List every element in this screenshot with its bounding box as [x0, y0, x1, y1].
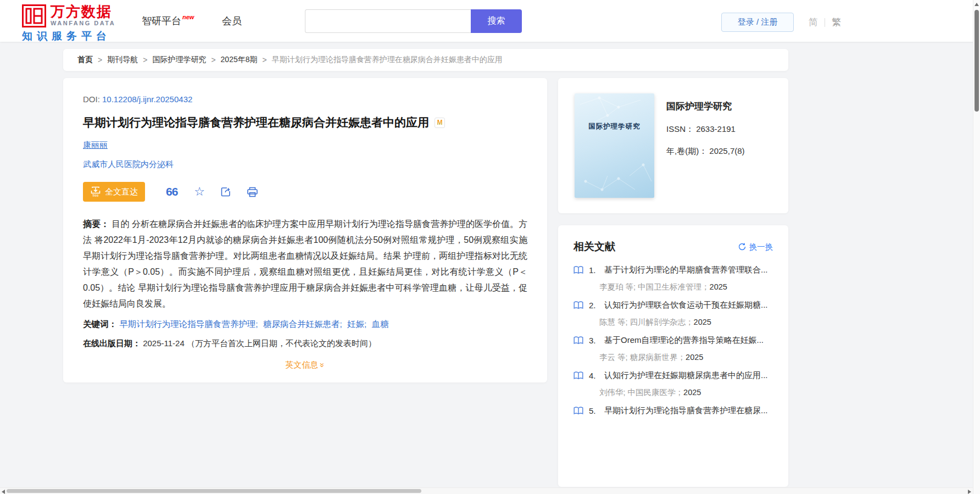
journal-cover[interactable]: 国际护理学研究 — [575, 93, 654, 198]
related-item-meta: 李夏珀 等; 中国卫生标准管理；2025 — [599, 282, 773, 292]
keyword-link[interactable]: 妊娠; — [347, 319, 366, 329]
english-info-toggle[interactable]: 英文信息» — [285, 360, 325, 369]
breadcrumb: 首页 > 期刊导航 > 国际护理学研究 > 2025年8期 > 早期计划行为理论… — [63, 49, 788, 71]
abstract: 摘要： 目的 分析在糖尿病合并妊娠患者的临床护理方案中应用早期计划行为理论指导膳… — [83, 216, 527, 312]
horizontal-scrollbar[interactable] — [0, 487, 973, 494]
breadcrumb-separator: > — [143, 55, 147, 64]
vertical-scrollbar-thumb[interactable] — [975, 10, 979, 112]
nav-zhiyan-platform[interactable]: 智研平台new — [142, 14, 193, 27]
article-title: 早期计划行为理论指导膳食营养护理在糖尿病合并妊娠患者中的应用 — [83, 115, 429, 130]
brand-name-en: WANFANG DATA — [51, 20, 115, 26]
breadcrumb-current: 早期计划行为理论指导膳食营养护理在糖尿病合并妊娠患者中的应用 — [272, 55, 503, 65]
brand-subtitle: 知识服务平台 — [22, 29, 115, 43]
doi-label: DOI: — [83, 95, 100, 104]
related-item: 2. 认知行为护理联合饮食运动干预在妊娠期糖... 陈慧 等; 四川解剖学杂志；… — [573, 300, 773, 328]
page-content: 首页 > 期刊导航 > 国际护理学研究 > 2025年8期 > 早期计划行为理论… — [0, 42, 980, 487]
affiliation-link[interactable]: 武威市人民医院内分泌科 — [83, 159, 527, 170]
keyword-link[interactable]: 糖尿病合并妊娠患者; — [263, 319, 342, 329]
lang-divider — [825, 18, 825, 27]
new-badge: new — [182, 14, 194, 20]
author-link[interactable]: 康丽丽 — [83, 140, 108, 149]
related-item-title[interactable]: 认知行为护理在妊娠期糖尿病患者中的应用... — [604, 370, 768, 381]
book-icon — [573, 407, 583, 415]
fulltext-button[interactable]: free 全文直达 — [83, 182, 145, 202]
online-pubdate-row: 在线出版日期： 2025-11-24 （万方平台首次上网日期，不代表论文的发表时… — [83, 338, 527, 349]
related-item-title[interactable]: 基于计划行为理论的早期膳食营养管理联合... — [604, 265, 768, 275]
keyword-link[interactable]: 血糖 — [372, 319, 389, 329]
book-icon — [573, 266, 583, 274]
lang-simplified[interactable]: 简 — [809, 16, 818, 29]
journal-cover-title: 国际护理学研究 — [575, 122, 654, 131]
print-icon[interactable] — [247, 187, 258, 197]
language-switcher: 简 繁 — [809, 16, 841, 29]
breadcrumb-issue[interactable]: 2025年8期 — [221, 55, 258, 65]
horizontal-scrollbar-thumb[interactable] — [7, 489, 421, 493]
wanfang-article-page: 万方数据 WANFANG DATA 知识服务平台 智研平台new 会员 搜索 登… — [0, 0, 980, 494]
refresh-icon — [738, 242, 747, 251]
abstract-label: 摘要： — [83, 219, 109, 229]
related-item-meta: 刘伟华; 中国民康医学；2025 — [599, 387, 773, 398]
journal-volume: 年,卷(期)： 2025,7(8) — [666, 146, 745, 157]
book-icon — [573, 336, 583, 345]
breadcrumb-separator: > — [211, 55, 215, 64]
search-box: 搜索 — [305, 9, 522, 33]
brand-name: 万方数据 — [51, 4, 115, 19]
pubdate-value: 2025-11-24 — [143, 338, 185, 348]
abstract-text: 目的 分析在糖尿病合并妊娠患者的临床护理方案中应用早期计划行为理论指导膳食营养护… — [83, 219, 527, 308]
breadcrumb-separator: > — [98, 55, 102, 64]
breadcrumb-separator: > — [263, 55, 267, 64]
wanfang-logo[interactable]: 万方数据 WANFANG DATA 知识服务平台 — [22, 4, 115, 43]
book-icon — [573, 371, 583, 380]
scroll-up-arrow[interactable] — [975, 3, 979, 6]
related-list: 1. 基于计划行为理论的早期膳食营养管理联合... 李夏珀 等; 中国卫生标准管… — [573, 265, 773, 416]
metrics-badge[interactable]: M — [435, 118, 445, 128]
fulltext-label: 全文直达 — [105, 187, 138, 197]
pubdate-label: 在线出版日期： — [83, 338, 141, 348]
related-item-meta: 李云 等; 糖尿病新世界；2025 — [599, 352, 773, 363]
article-card: DOI: 10.12208/j.ijnr.20250432 早期计划行为理论指导… — [63, 78, 547, 382]
related-item-title[interactable]: 认知行为护理联合饮食运动干预在妊娠期糖... — [604, 300, 768, 310]
search-button[interactable]: 搜索 — [471, 9, 522, 33]
svg-text:free: free — [92, 193, 99, 197]
related-item-title[interactable]: 早期计划行为理论指导膳食营养护理在糖尿... — [604, 406, 768, 416]
site-header: 万方数据 WANFANG DATA 知识服务平台 智研平台new 会员 搜索 登… — [0, 0, 980, 42]
keywords-label: 关键词： — [83, 319, 117, 329]
free-download-icon: free — [90, 186, 101, 197]
related-item-title[interactable]: 基于Orem自理理论的营养指导策略在妊娠... — [604, 335, 764, 346]
doi-row: DOI: 10.12208/j.ijnr.20250432 — [83, 95, 527, 104]
lang-traditional[interactable]: 繁 — [832, 16, 841, 29]
related-item-meta: 陈慧 等; 四川解剖学杂志；2025 — [599, 317, 773, 328]
vertical-scrollbar[interactable] — [973, 0, 980, 494]
refresh-related-button[interactable]: 换一换 — [738, 242, 773, 252]
scroll-left-arrow[interactable] — [2, 490, 5, 494]
related-item-num: 2. — [589, 301, 599, 310]
share-icon[interactable] — [220, 186, 231, 197]
journal-card: 国际护理学研究 国际护理学研究 ISSN： 2633-2191 年,卷(期)： … — [558, 78, 788, 213]
breadcrumb-journal-nav[interactable]: 期刊导航 — [107, 55, 138, 65]
related-item-num: 4. — [589, 371, 599, 380]
breadcrumb-home[interactable]: 首页 — [77, 55, 93, 65]
scroll-right-arrow[interactable] — [968, 490, 971, 494]
wanfang-logo-icon — [22, 4, 46, 27]
related-item: 5. 早期计划行为理论指导膳食营养护理在糖尿... — [573, 406, 773, 416]
journal-issn: ISSN： 2633-2191 — [666, 124, 745, 135]
pubdate-note: （万方平台首次上网日期，不代表论文的发表时间） — [187, 338, 376, 348]
cite-icon[interactable]: 66 — [166, 185, 177, 198]
related-title: 相关文献 — [573, 240, 615, 254]
nav-member[interactable]: 会员 — [222, 14, 242, 27]
related-item: 3. 基于Orem自理理论的营养指导策略在妊娠... 李云 等; 糖尿病新世界；… — [573, 335, 773, 363]
keyword-link[interactable]: 早期计划行为理论指导膳食营养护理; — [119, 319, 258, 329]
related-articles-card: 相关文献 换一换 — [558, 225, 788, 487]
book-icon — [573, 301, 583, 309]
journal-name: 国际护理学研究 — [666, 100, 745, 113]
favorite-star-icon[interactable]: ☆ — [194, 185, 205, 199]
login-register-button[interactable]: 登录 / 注册 — [721, 13, 794, 32]
related-item-num: 3. — [589, 336, 599, 345]
breadcrumb-journal[interactable]: 国际护理学研究 — [152, 55, 206, 65]
sidebar: 国际护理学研究 国际护理学研究 ISSN： 2633-2191 年,卷(期)： … — [558, 78, 788, 487]
related-item-num: 1. — [589, 265, 599, 275]
keywords-row: 关键词： 早期计划行为理论指导膳食营养护理; 糖尿病合并妊娠患者; 妊娠; 血糖 — [83, 319, 527, 330]
action-buttons: free 全文直达 66 ☆ — [83, 182, 527, 202]
doi-link[interactable]: 10.12208/j.ijnr.20250432 — [102, 95, 192, 104]
search-input[interactable] — [305, 9, 471, 33]
